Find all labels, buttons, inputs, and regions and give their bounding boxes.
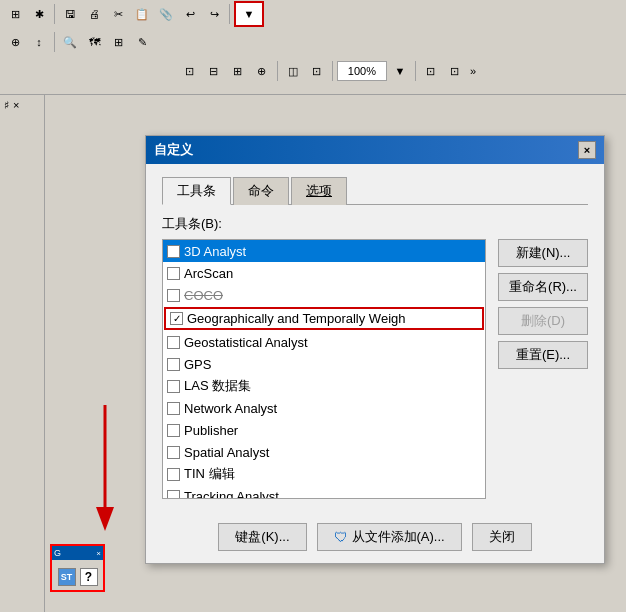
list-item-label: TIN 编辑	[184, 465, 235, 483]
dialog-close-button[interactable]: ×	[578, 141, 596, 159]
list-item[interactable]: Network Analyst	[163, 397, 485, 419]
list-item[interactable]: Spatial Analyst	[163, 441, 485, 463]
list-item[interactable]: GPS	[163, 353, 485, 375]
toolbar-icon-20[interactable]: ◫	[282, 60, 304, 82]
list-item[interactable]: Tracking Analyst	[163, 485, 485, 499]
list-item[interactable]: 3D Analyst	[163, 240, 485, 262]
toolbar-icon-21[interactable]: ⊡	[306, 60, 328, 82]
toolbar-icon-7[interactable]: 📎	[155, 3, 177, 25]
list-item-label: Geostatistical Analyst	[184, 335, 308, 350]
toolbar-icon-2[interactable]: ✱	[28, 3, 50, 25]
tab-options[interactable]: 选项	[291, 177, 347, 205]
toolbar-icon-6[interactable]: 📋	[131, 3, 153, 25]
list-item[interactable]: COCO	[163, 284, 485, 306]
list-checkbox[interactable]	[167, 468, 180, 481]
separator-5	[332, 61, 333, 81]
list-item[interactable]: Geostatistical Analyst	[163, 331, 485, 353]
pin-icon[interactable]: ♯	[4, 99, 9, 112]
sidebar-pin-area: ♯ ×	[0, 95, 44, 116]
separator-4	[277, 61, 278, 81]
dialog-tabs: 工具条 命令 选项	[162, 176, 588, 205]
toolbar-icon-14[interactable]: ⊞	[107, 31, 129, 53]
toolbar-icon-15[interactable]: ✎	[131, 31, 153, 53]
toolbar-row2: ⊕ ↕ 🔍 🗺 ⊞ ✎	[0, 28, 626, 56]
list-item-label: Tracking Analyst	[184, 489, 279, 500]
list-checkbox[interactable]	[167, 289, 180, 302]
list-checkbox[interactable]	[167, 424, 180, 437]
dialog-title: 自定义	[154, 141, 193, 159]
tab-commands[interactable]: 命令	[233, 177, 289, 205]
toolbar-icon-11[interactable]: ↕	[28, 31, 50, 53]
add-from-file-button[interactable]: 🛡 从文件添加(A)...	[317, 523, 462, 551]
toolbar-icon-13[interactable]: 🗺	[83, 31, 105, 53]
list-item-label: Spatial Analyst	[184, 445, 269, 460]
toolbar-icon-4[interactable]: 🖨	[83, 3, 105, 25]
toolbar-icon-23[interactable]: ⊡	[444, 60, 466, 82]
list-checkbox[interactable]	[167, 446, 180, 459]
separator-3	[54, 32, 55, 52]
list-item[interactable]: LAS 数据集	[163, 375, 485, 397]
highlighted-toolbar-btn[interactable]: ▼	[234, 1, 264, 27]
list-item-label: GPS	[184, 357, 211, 372]
toolbar-list[interactable]: 3D AnalystArcScanCOCO✓Geographically and…	[162, 239, 486, 499]
list-item[interactable]: ✓Geographically and Temporally Weigh	[164, 307, 484, 330]
customize-dialog: 自定义 × 工具条 命令 选项 工具条(B):	[145, 135, 605, 564]
q-label: ?	[85, 570, 92, 584]
toolbar-row1: ⊞ ✱ 🖫 🖨 ✂ 📋 📎 ↩ ↪ ▼	[0, 0, 626, 28]
zoom-dropdown[interactable]: ▼	[389, 60, 411, 82]
delete-button[interactable]: 删除(D)	[498, 307, 588, 335]
reset-button[interactable]: 重置(E)...	[498, 341, 588, 369]
toolbar-icon-12[interactable]: 🔍	[59, 31, 81, 53]
widget-g-icon[interactable]: ST	[58, 568, 76, 586]
content-row: 3D AnalystArcScanCOCO✓Geographically and…	[162, 239, 588, 499]
list-checkbox[interactable]: ✓	[170, 312, 183, 325]
toolbar-row3: ⊡ ⊟ ⊞ ⊕ ◫ ⊡ 100% ▼ ⊡ ⊡ »	[0, 56, 626, 86]
toolbar-icon-10[interactable]: ⊕	[4, 31, 26, 53]
toolbar-icon-18[interactable]: ⊞	[227, 60, 249, 82]
rename-button[interactable]: 重命名(R)...	[498, 273, 588, 301]
toolbar-icon-5[interactable]: ✂	[107, 3, 129, 25]
widget-body: ST ?	[52, 560, 103, 594]
shield-icon: 🛡	[334, 529, 348, 545]
widget-q-icon[interactable]: ?	[80, 568, 98, 586]
toolbar-icon-17[interactable]: ⊟	[203, 60, 225, 82]
separator-1	[54, 4, 55, 24]
close-button[interactable]: 关闭	[472, 523, 532, 551]
separator-6	[415, 61, 416, 81]
toolbar-icon-9[interactable]: ↪	[203, 3, 225, 25]
tab-toolbar[interactable]: 工具条	[162, 177, 231, 205]
toolbar-icon-3[interactable]: 🖫	[59, 3, 81, 25]
list-checkbox[interactable]	[167, 267, 180, 280]
close-sidebar-icon[interactable]: ×	[13, 99, 19, 112]
toolbar-area: ⊞ ✱ 🖫 🖨 ✂ 📋 📎 ↩ ↪ ▼ ⊕ ↕ 🔍 🗺 ⊞ ✎ ⊡ ⊟ ⊞ ⊕ …	[0, 0, 626, 95]
list-checkbox[interactable]	[167, 402, 180, 415]
toolbar-icon-19[interactable]: ⊕	[251, 60, 273, 82]
widget-titlebar: G ×	[52, 546, 103, 560]
list-item-label: LAS 数据集	[184, 377, 251, 395]
toolbar-more[interactable]: »	[470, 65, 476, 77]
dialog-body: 工具条 命令 选项 工具条(B): 3D AnalystArcScanCOCO✓…	[146, 164, 604, 511]
list-checkbox[interactable]	[167, 245, 180, 258]
g-label: ST	[61, 572, 73, 582]
list-item-label: COCO	[184, 288, 223, 303]
small-widget: G × ST ?	[50, 544, 105, 592]
list-checkbox[interactable]	[167, 336, 180, 349]
widget-close-icon[interactable]: ×	[96, 549, 101, 558]
list-item-label: Geographically and Temporally Weigh	[187, 311, 405, 326]
dialog-titlebar: 自定义 ×	[146, 136, 604, 164]
list-item[interactable]: Publisher	[163, 419, 485, 441]
new-button[interactable]: 新建(N)...	[498, 239, 588, 267]
list-item[interactable]: ArcScan	[163, 262, 485, 284]
list-item[interactable]: TIN 编辑	[163, 463, 485, 485]
list-checkbox[interactable]	[167, 358, 180, 371]
toolbar-icon-8[interactable]: ↩	[179, 3, 201, 25]
toolbar-icon-16[interactable]: ⊡	[179, 60, 201, 82]
zoom-input[interactable]: 100%	[337, 61, 387, 81]
keyboard-button[interactable]: 键盘(K)...	[218, 523, 306, 551]
list-checkbox[interactable]	[167, 490, 180, 500]
toolbar-icon-1[interactable]: ⊞	[4, 3, 26, 25]
list-checkbox[interactable]	[167, 380, 180, 393]
toolbar-icon-22[interactable]: ⊡	[420, 60, 442, 82]
buttons-col: 新建(N)... 重命名(R)... 删除(D) 重置(E)...	[498, 239, 588, 369]
section-label: 工具条(B):	[162, 215, 588, 233]
